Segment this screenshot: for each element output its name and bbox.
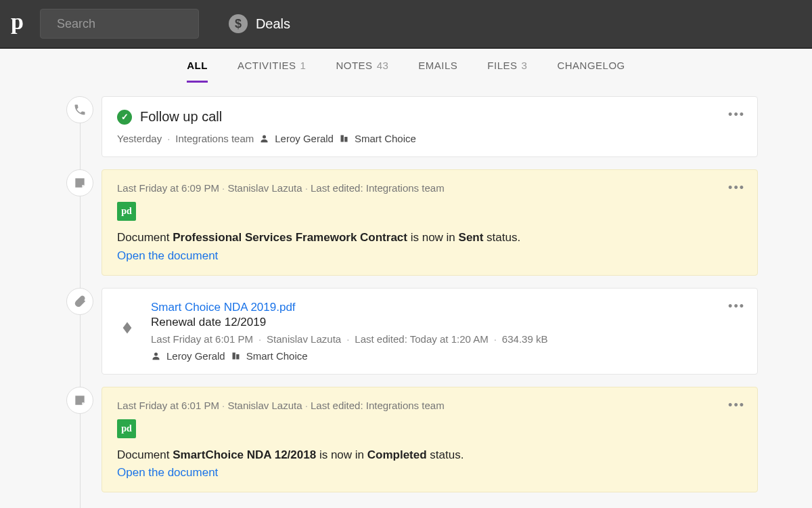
note-card[interactable]: ••• Last Friday at 6:09 PM · Stanislav L…: [102, 169, 758, 276]
search-box[interactable]: [40, 9, 199, 39]
file-org: Smart Choice: [246, 350, 308, 362]
timeline: ••• Follow up call Yesterday · Integrati…: [0, 83, 812, 508]
file-size: 634.39 kB: [502, 333, 548, 345]
open-document-link[interactable]: Open the document: [117, 466, 218, 480]
more-button[interactable]: •••: [728, 299, 745, 314]
activity-org: Smart Choice: [355, 133, 416, 144]
pdf-icon: [117, 301, 137, 362]
tab-label: EMAILS: [418, 60, 457, 71]
activity-title: Follow up call: [140, 109, 222, 125]
note-edited: Last edited: Integrations team: [311, 182, 445, 194]
check-icon: [117, 110, 132, 125]
tab-count: 1: [300, 60, 307, 71]
note-time: Last Friday at 6:09 PM: [117, 182, 219, 194]
tab-count: 3: [522, 60, 528, 71]
search-input[interactable]: [57, 17, 214, 31]
file-person: Leroy Gerald: [166, 350, 225, 362]
svg-rect-4: [344, 137, 347, 142]
timeline-item-note: ••• Last Friday at 6:09 PM · Stanislav L…: [61, 169, 758, 276]
svg-rect-3: [340, 135, 343, 142]
section-header: $ Deals: [229, 14, 290, 33]
svg-rect-8: [236, 354, 239, 360]
app-logo: p: [11, 10, 24, 37]
svg-point-6: [154, 352, 158, 356]
section-label: Deals: [256, 16, 290, 32]
activity-person: Leroy Gerald: [275, 133, 334, 144]
activity-team: Integrations team: [175, 133, 254, 144]
activity-time: Yesterday: [117, 133, 162, 144]
timeline-item-file: ••• Smart Choice NDA 2019.pdf Renewal da…: [61, 288, 758, 375]
note-body: Document SmartChoice NDA 12/2018 is now …: [117, 446, 742, 464]
note-time: Last Friday at 6:01 PM: [117, 400, 219, 411]
tab-activities[interactable]: ACTIVITIES1: [238, 60, 307, 83]
svg-point-2: [263, 135, 266, 139]
file-author: Stanislav Lazuta: [267, 333, 341, 345]
note-doc-name: Professional Services Framework Contract: [173, 231, 407, 244]
pandadoc-badge: pd: [117, 202, 136, 221]
note-icon: [66, 169, 93, 196]
file-card[interactable]: ••• Smart Choice NDA 2019.pdf Renewal da…: [102, 288, 758, 375]
file-name-link[interactable]: Smart Choice NDA 2019.pdf: [151, 301, 742, 314]
timeline-item-note: ••• Last Friday at 6:01 PM · Stanislav L…: [61, 387, 758, 493]
more-button[interactable]: •••: [728, 398, 745, 412]
note-status: Sent: [459, 231, 484, 244]
note-card[interactable]: ••• Last Friday at 6:01 PM · Stanislav L…: [102, 387, 758, 493]
note-doc-name: SmartChoice NDA 12/2018: [173, 448, 316, 461]
note-status: Completed: [367, 448, 427, 461]
tab-count: 43: [377, 60, 389, 71]
org-icon: [231, 351, 241, 361]
tab-emails[interactable]: EMAILS: [418, 60, 457, 83]
pandadoc-badge: pd: [117, 419, 136, 438]
dollar-icon: $: [229, 14, 248, 33]
tab-all[interactable]: ALL: [187, 60, 208, 83]
more-button[interactable]: •••: [728, 181, 745, 195]
note-meta: Last Friday at 6:01 PM · Stanislav Lazut…: [117, 400, 742, 411]
tab-label: FILES: [487, 60, 517, 71]
tab-label: ALL: [187, 60, 208, 71]
person-icon: [151, 351, 161, 361]
svg-rect-7: [232, 352, 235, 359]
org-icon: [339, 133, 349, 144]
open-document-link[interactable]: Open the document: [117, 249, 218, 263]
timeline-item-activity: ••• Follow up call Yesterday · Integrati…: [61, 96, 758, 157]
tab-files[interactable]: FILES3: [487, 60, 527, 83]
file-time: Last Friday at 6:01 PM: [151, 333, 253, 345]
file-edited: Last edited: Today at 1:20 AM: [355, 333, 488, 345]
top-bar: p $ Deals: [0, 0, 812, 49]
more-button[interactable]: •••: [728, 108, 745, 122]
phone-icon: [66, 96, 93, 123]
paperclip-icon: [66, 288, 93, 315]
svg-point-5: [126, 326, 129, 329]
file-meta: Last Friday at 6:01 PM· Stanislav Lazuta…: [151, 333, 742, 345]
tab-label: ACTIVITIES: [238, 60, 296, 71]
activity-card[interactable]: ••• Follow up call Yesterday · Integrati…: [102, 96, 758, 157]
note-meta: Last Friday at 6:09 PM · Stanislav Lazut…: [117, 182, 742, 194]
note-edited: Last edited: Integrations team: [311, 400, 445, 411]
tab-changelog[interactable]: CHANGELOG: [557, 60, 625, 83]
file-subtitle: Renewal date 12/2019: [151, 316, 742, 329]
tabs: ALL ACTIVITIES1 NOTES43 EMAILS FILES3 CH…: [0, 49, 812, 83]
note-body: Document Professional Services Framework…: [117, 229, 742, 247]
tab-label: NOTES: [336, 60, 372, 71]
tab-label: CHANGELOG: [557, 60, 625, 71]
person-icon: [259, 133, 269, 144]
activity-meta: Yesterday · Integrations team Leroy Gera…: [117, 133, 742, 144]
file-relations: Leroy Gerald Smart Choice: [151, 350, 742, 362]
note-icon: [66, 387, 93, 414]
tab-notes[interactable]: NOTES43: [336, 60, 388, 83]
note-author: Stanislav Lazuta: [227, 182, 302, 194]
note-author: Stanislav Lazuta: [227, 400, 302, 411]
